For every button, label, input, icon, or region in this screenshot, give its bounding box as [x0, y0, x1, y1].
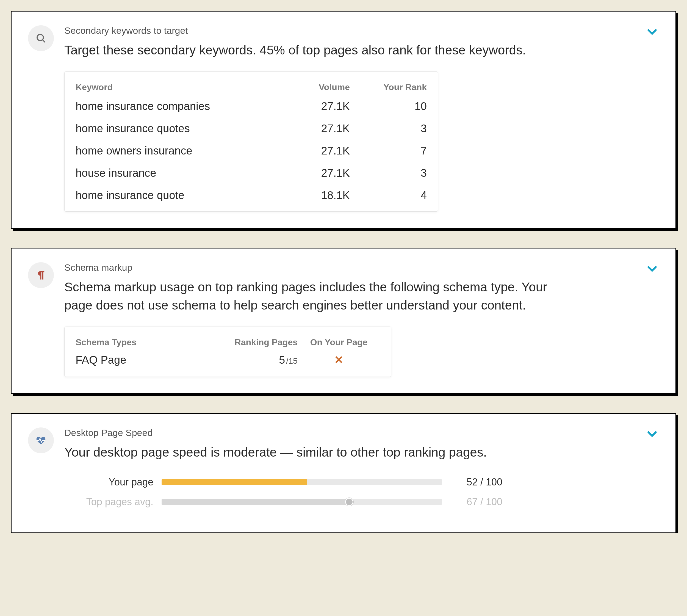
card-title: Desktop Page Speed	[64, 427, 659, 438]
cell-rank: 3	[350, 122, 427, 135]
expand-toggle[interactable]	[645, 26, 659, 37]
card-description: Schema markup usage on top ranking pages…	[64, 278, 559, 314]
cell-volume: 18.1K	[279, 189, 350, 201]
col-volume: Volume	[279, 82, 350, 92]
table-row: home owners insurance 27.1K 7	[65, 140, 438, 162]
expand-toggle[interactable]	[645, 263, 659, 274]
card-title: Schema markup	[64, 262, 659, 273]
speed-bar-track	[161, 479, 442, 485]
cell-volume: 27.1K	[279, 100, 350, 112]
speed-label: Your page	[71, 476, 153, 488]
col-schema-types: Schema Types	[75, 337, 199, 348]
speed-row-your-page: Your page 52 / 100	[71, 476, 522, 488]
card-desktop-page-speed: Desktop Page Speed Your desktop page spe…	[11, 413, 676, 533]
cell-on-your-page: ✕	[297, 353, 380, 366]
cell-rank: 10	[350, 100, 427, 112]
cell-ranking-pages: 5/15	[199, 354, 297, 366]
cell-keyword: home insurance companies	[75, 100, 279, 112]
cell-keyword: home insurance quotes	[75, 122, 279, 135]
svg-line-1	[43, 40, 45, 42]
speed-bar-track	[161, 499, 442, 505]
speed-score: 52 / 100	[450, 476, 522, 488]
search-icon	[28, 25, 54, 51]
col-on-your-page: On Your Page	[297, 337, 380, 348]
speed-bar-fill	[161, 499, 349, 505]
speed-row-top-pages: Top pages avg. 67 / 100	[71, 496, 522, 508]
expand-toggle[interactable]	[645, 428, 659, 440]
speed-score: 67 / 100	[450, 496, 522, 508]
cell-schema-type: FAQ Page	[75, 354, 199, 366]
table-header: Keyword Volume Your Rank	[65, 75, 438, 95]
cell-volume: 27.1K	[279, 145, 350, 157]
cell-rank: 4	[350, 189, 427, 201]
x-icon: ✕	[334, 354, 344, 366]
table-row: house insurance 27.1K 3	[65, 162, 438, 184]
card-schema-markup: Schema markup Schema markup usage on top…	[11, 248, 676, 394]
card-secondary-keywords: Secondary keywords to target Target thes…	[11, 11, 676, 229]
speed-label: Top pages avg.	[71, 496, 153, 508]
speed-bars: Your page 52 / 100 Top pages avg. 67 / 1…	[71, 476, 522, 508]
speed-bar-fill	[161, 479, 307, 485]
cell-rank: 7	[350, 145, 427, 157]
speed-bar-handle	[345, 498, 353, 506]
card-description: Target these secondary keywords. 45% of …	[64, 41, 559, 59]
cell-rank: 3	[350, 167, 427, 179]
cell-keyword: home insurance quote	[75, 189, 279, 201]
cell-volume: 27.1K	[279, 167, 350, 179]
table-row: home insurance quote 18.1K 4	[65, 184, 438, 206]
heartbeat-icon	[28, 427, 54, 453]
card-title: Secondary keywords to target	[64, 25, 659, 36]
table-row: home insurance companies 27.1K 10	[65, 95, 438, 117]
card-description: Your desktop page speed is moderate — si…	[64, 443, 559, 462]
schema-table: Schema Types Ranking Pages On Your Page …	[64, 327, 391, 377]
keyword-table: Keyword Volume Your Rank home insurance …	[64, 71, 438, 212]
cell-keyword: home owners insurance	[75, 145, 279, 157]
pilcrow-icon	[28, 262, 54, 288]
col-rank: Your Rank	[350, 82, 427, 92]
cell-keyword: house insurance	[75, 167, 279, 179]
table-header: Schema Types Ranking Pages On Your Page	[65, 331, 391, 350]
table-row: home insurance quotes 27.1K 3	[65, 117, 438, 140]
col-ranking-pages: Ranking Pages	[199, 337, 297, 348]
col-keyword: Keyword	[75, 82, 279, 92]
table-row: FAQ Page 5/15 ✕	[65, 350, 391, 370]
cell-volume: 27.1K	[279, 122, 350, 135]
